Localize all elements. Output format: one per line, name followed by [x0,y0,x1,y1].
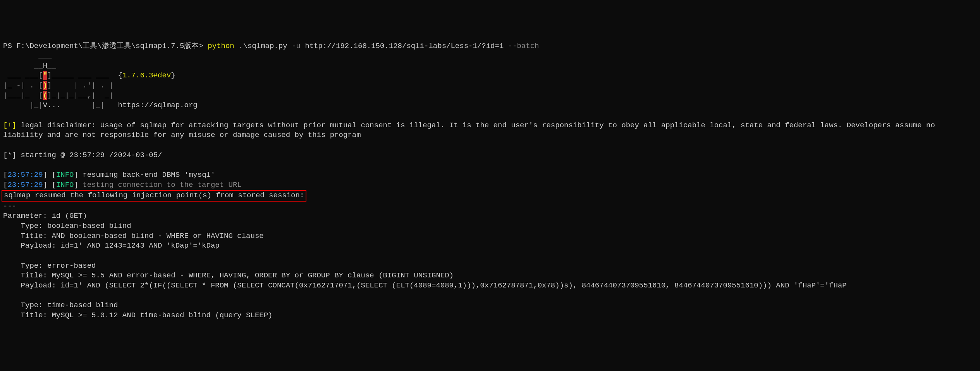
flag-batch: --batch [508,42,539,50]
command-python: python [208,42,234,50]
injection-payload-2: Payload: id=1' AND (SELECT 2*(IF((SELECT… [3,281,847,290]
log-line-2: [23:57:29] [INFO] testing connection to … [3,181,242,189]
injection-title-2: Title: MySQL >= 5.5 AND error-based - WH… [3,271,454,280]
injection-title-3: Title: MySQL >= 5.0.12 AND time-based bl… [3,311,273,320]
separator: --- [3,202,16,210]
disclaimer-text: legal disclaimer: Usage of sqlmap for at… [3,121,939,140]
injection-type-1: Type: boolean-based blind [3,222,131,230]
log-line-1: [23:57:29] [INFO] resuming back-end DBMS… [3,171,215,179]
log-timestamp: 23:57:29 [7,181,43,189]
terminal-output[interactable]: PS F:\Development\工具\渗透工具\sqlmap1.7.5版本>… [3,41,977,321]
logo-line-6: |_|V... |_| https://sqlmap.org [3,101,198,109]
starting-line: [*] starting @ 23:57:29 /2024-03-05/ [3,151,162,159]
logo-line-5: |___|_ [(]_|_|_|__,| _| [3,91,113,100]
highlighted-resumed-message: sqlmap resumed the following injection p… [2,190,306,202]
disclaimer-tag: [!] [3,121,16,130]
prompt-path: F:\Development\工具\渗透工具\sqlmap1.7.5版本 [16,42,199,50]
injection-type-2: Type: error-based [3,262,96,270]
injection-title-1: Title: AND boolean-based blind - WHERE o… [3,232,264,240]
injection-payload-1: Payload: id=1' AND 1243=1243 AND 'kDap'=… [3,241,220,250]
log-level-info: INFO [56,171,74,179]
log-level-info: INFO [56,181,74,189]
logo-line-3: ___ ___["]_____ ___ ___ {1.7.6.3#dev} [3,71,175,80]
command-url: http://192.168.150.128/sqli-labs/Less-1/… [301,42,508,50]
logo-line-2: __H__ [3,62,56,70]
injection-type-3: Type: time-based blind [3,301,118,309]
prompt-line: PS F:\Development\工具\渗透工具\sqlmap1.7.5版本>… [3,42,539,50]
disclaimer-line: [!] legal disclaimer: Usage of sqlmap fo… [3,121,939,140]
ps-prefix: PS [3,42,16,50]
logo-line-1: ___ [3,51,52,60]
logo-line-4: |_ -| . [)] | .'| . | [3,81,113,90]
parameter-line: Parameter: id (GET) [3,212,87,220]
flag-u: -u [292,42,301,50]
log-timestamp: 23:57:29 [7,171,43,179]
command-script: .\sqlmap.py [234,42,292,50]
prompt-gt: > [199,42,208,50]
